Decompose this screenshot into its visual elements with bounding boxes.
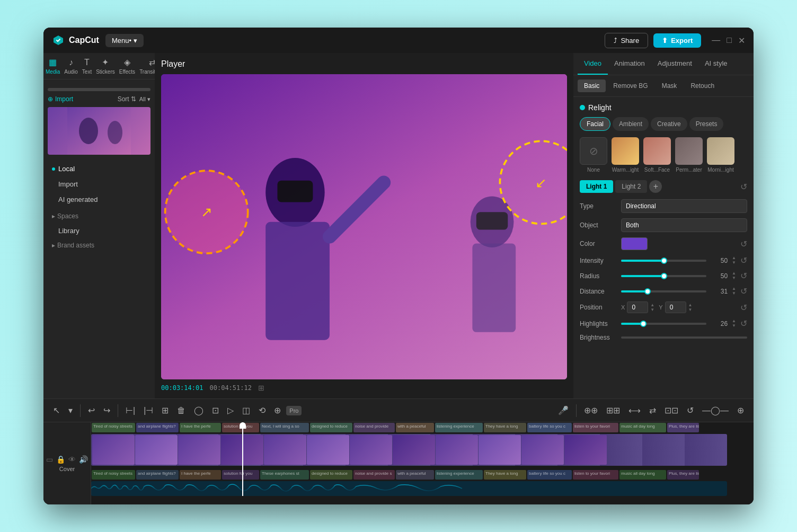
text-clip-8[interactable]: with a peaceful	[396, 423, 434, 432]
brightness-slider[interactable]	[621, 336, 747, 339]
text-clip-1[interactable]: Tired of noisy streets	[92, 423, 135, 432]
text-clip-11[interactable]: battery life so you c	[527, 423, 572, 432]
speed-button[interactable]: ⊕	[271, 403, 284, 418]
light-add-button[interactable]: +	[649, 180, 662, 193]
radius-reset[interactable]: ↺	[740, 271, 747, 281]
preset-warm[interactable]: Warm...ight	[612, 137, 639, 173]
sub-clip-7[interactable]: noise and provide s	[353, 470, 395, 480]
media-tab[interactable]: ▦ Media	[43, 53, 62, 79]
export-button[interactable]: ⬆ Export	[653, 33, 701, 48]
audio-toggle[interactable]: ↺	[684, 403, 697, 418]
text-clip-6[interactable]: designed to reduce	[310, 423, 352, 432]
stickers-tab[interactable]: ✦ Stickers	[94, 53, 117, 79]
sub-clip-2[interactable]: and airplane flights?	[136, 470, 179, 480]
zoom-fit[interactable]: ⊕⊕	[581, 403, 601, 418]
position-x-field[interactable]	[627, 302, 648, 313]
nav-ai-generated[interactable]: AI generated	[43, 192, 155, 207]
tab-adjustment[interactable]: Adjustment	[651, 53, 698, 75]
highlights-down[interactable]: ▼	[732, 324, 736, 328]
tab-animation[interactable]: Animation	[608, 53, 651, 75]
sub-clip-12[interactable]: listen to your favori	[573, 470, 618, 480]
main-video-track[interactable]	[91, 434, 727, 466]
pos-x-up[interactable]: ▲	[650, 303, 654, 307]
sync-toggle[interactable]: ⇄	[646, 403, 659, 418]
distance-down[interactable]: ▼	[732, 291, 736, 296]
distance-slider[interactable]	[621, 290, 706, 292]
track-audio-icon[interactable]: 🔊	[79, 455, 88, 464]
share-button[interactable]: ⤴ Share	[605, 33, 648, 48]
sort-button[interactable]: Sort ⇅	[118, 95, 136, 103]
delete-button[interactable]: 🗑	[174, 404, 189, 418]
redo-button[interactable]: ↪	[100, 403, 113, 418]
pos-x-down[interactable]: ▼	[650, 308, 654, 312]
text-clip-13[interactable]: music all day long	[619, 423, 666, 432]
link-toggle[interactable]: ⟷	[625, 403, 644, 418]
shield-button[interactable]: ◯	[191, 403, 207, 418]
play-button[interactable]: ▷	[224, 403, 237, 418]
text-clip-2[interactable]: and airplane flights?	[136, 423, 179, 432]
light-reset-button[interactable]: ↺	[740, 182, 747, 192]
sub-clip-6[interactable]: designed to reduce	[310, 470, 352, 480]
object-select[interactable]: Both Person 1 Person 2	[621, 218, 747, 232]
intensity-down[interactable]: ▼	[732, 261, 736, 265]
sub-tab-retouch[interactable]: Retouch	[684, 79, 721, 92]
radius-up[interactable]: ▲	[732, 271, 736, 276]
light-tab-1[interactable]: Light 1	[580, 180, 613, 193]
dropdown-arrow[interactable]: ▾	[65, 403, 76, 418]
position-y-field[interactable]	[665, 302, 686, 313]
text-clip-7[interactable]: noise and provide	[353, 423, 395, 432]
intensity-reset[interactable]: ↺	[740, 255, 747, 265]
type-select[interactable]: Directional Point Spot	[621, 199, 747, 213]
crop-button[interactable]: ⊡	[209, 403, 222, 418]
color-reset-button[interactable]: ↺	[740, 239, 747, 249]
track-visibility-icon[interactable]: 👁	[68, 455, 76, 464]
highlights-slider[interactable]	[621, 323, 706, 325]
sub-clip-11[interactable]: battery life so you c	[527, 470, 572, 480]
close-button[interactable]: ✕	[738, 36, 745, 46]
nav-brand-assets[interactable]: ▸ Brand assets	[43, 238, 155, 252]
audio-tab[interactable]: ♪ Audio	[62, 53, 80, 79]
grid-view-icon[interactable]: ⊞	[258, 384, 264, 392]
text-clip-12[interactable]: listen to your favori	[573, 423, 618, 432]
text-clip-9[interactable]: listening experience	[435, 423, 483, 432]
effects-tab[interactable]: ◈ Effects	[117, 53, 137, 79]
tab-video[interactable]: Video	[578, 53, 608, 75]
sub-tab-basic[interactable]: Basic	[578, 79, 606, 92]
light-tab-2[interactable]: Light 2	[615, 180, 647, 193]
view-toggle[interactable]: ⊞⊞	[603, 403, 623, 418]
track-image-icon[interactable]: ▭	[46, 455, 53, 464]
split-button[interactable]: ⊢|	[122, 403, 138, 418]
radius-down[interactable]: ▼	[732, 276, 736, 280]
text-clip-14[interactable]: Plus, they are lis	[667, 423, 699, 432]
sub-clip-13[interactable]: music all day long	[619, 470, 666, 480]
sub-tab-mask[interactable]: Mask	[656, 79, 684, 92]
mirror-button[interactable]: ◫	[239, 403, 253, 418]
intensity-up[interactable]: ▲	[732, 256, 736, 260]
filter-button[interactable]: All ▾	[139, 96, 150, 103]
media-thumbnail[interactable]	[48, 107, 150, 155]
nav-local[interactable]: Local	[43, 161, 155, 176]
facial-tab-facial[interactable]: Facial	[580, 117, 610, 131]
menu-button[interactable]: Menu• ▾	[105, 34, 144, 47]
pro-button[interactable]: Pro	[286, 406, 302, 415]
rotate-button[interactable]: ⟲	[255, 403, 269, 418]
facial-tab-ambient[interactable]: Ambient	[613, 117, 649, 131]
track-lock-icon[interactable]: 🔒	[56, 455, 65, 464]
sub-tab-remove-bg[interactable]: Remove BG	[607, 79, 654, 92]
sub-clip-1[interactable]: Tired of noisy streets	[92, 470, 135, 480]
minimize-button[interactable]: —	[712, 36, 720, 46]
facial-tab-presets[interactable]: Presets	[689, 117, 724, 131]
sub-clip-8[interactable]: with a peaceful	[396, 470, 434, 480]
nav-library[interactable]: Library	[43, 223, 155, 238]
select-tool[interactable]: ↖	[50, 403, 63, 418]
text-clip-3[interactable]: I have the perfe	[180, 423, 221, 432]
mic-button[interactable]: 🎤	[555, 403, 572, 418]
sub-clip-9[interactable]: listening experience	[435, 470, 483, 480]
sub-clip-4[interactable]: solution for you	[222, 470, 259, 480]
preset-none[interactable]: ⊘ None	[580, 137, 607, 173]
undo-button[interactable]: ↩	[85, 403, 98, 418]
maximize-button[interactable]: □	[727, 36, 732, 46]
nav-spaces[interactable]: ▸ Spaces	[43, 209, 155, 223]
nav-import[interactable]: Import	[43, 176, 155, 192]
trim-left[interactable]: |⊣	[140, 403, 156, 418]
